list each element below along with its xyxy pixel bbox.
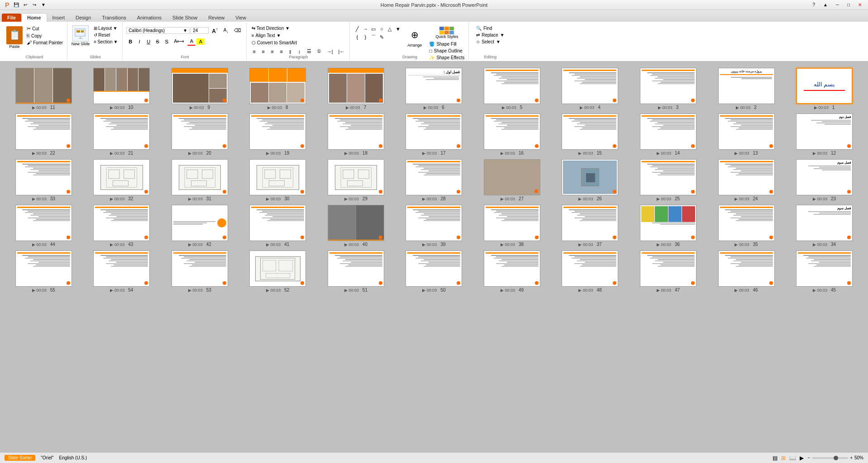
undo-icon[interactable]: ↩ [22,1,29,9]
slide-thumb-19[interactable] [249,113,306,150]
slide-thumb-container[interactable]: ▶ 00:0335 [707,203,786,249]
slide-thumb-container[interactable]: ▶ 00:0342 [161,203,239,249]
slide-thumb-55[interactable] [15,250,72,287]
slide-thumb-32[interactable] [93,159,150,195]
new-slide-button[interactable]: New Slide [72,25,90,46]
slide-thumb-29[interactable] [328,159,384,195]
slide-thumb-container[interactable]: ▶ 00:0346 [707,249,786,294]
slide-thumb-8[interactable] [249,68,306,104]
minimize-button[interactable]: ─ [833,2,842,8]
slide-thumb-container[interactable]: ▶ 00:035 [473,66,551,112]
close-button[interactable]: ✕ [855,2,864,8]
slide-thumb-3[interactable] [640,68,696,104]
slide-thumb-container[interactable]: ▶ 00:0351 [317,249,395,294]
slide-thumb-container[interactable]: فصل دوم ▶ 00:0312 [785,112,863,157]
slide-thumb-container[interactable]: ▶ 00:0332 [83,157,161,203]
shape-fill-button[interactable]: 🪣 Shape Fill [428,41,466,47]
slide-thumb-23[interactable]: فصل سوم [796,159,853,195]
slide-thumb-6[interactable]: فصل اول : [405,68,462,104]
bold-button[interactable]: B [126,38,134,46]
slide-thumb-10[interactable] [93,68,150,104]
copy-button[interactable]: ⎘ Copy [25,33,64,39]
slide-thumb-52[interactable] [249,250,306,287]
slide-thumb-container[interactable]: ▶ 00:0345 [785,249,863,294]
zoom-out-button[interactable]: − [807,455,810,460]
rect-shape[interactable]: ▭ [370,25,377,33]
slide-thumb-36[interactable] [640,205,696,241]
slide-thumb-14[interactable] [640,113,696,150]
slide-thumb-container[interactable]: ▶ 00:0319 [239,112,317,157]
slide-thumb-container[interactable]: فصل اول : ▶ 00:036 [395,66,473,112]
slide-thumb-25[interactable] [640,159,696,195]
shape-outline-button[interactable]: □ Shape Outline [428,48,466,54]
slide-thumb-49[interactable] [484,250,540,287]
slide-thumb-22[interactable] [15,113,72,150]
slide-thumb-35[interactable] [718,205,775,241]
underline-button[interactable]: U [144,38,153,46]
decrease-indent-button[interactable]: |← [336,47,347,56]
italic-button[interactable]: I [135,38,143,46]
slide-thumb-37[interactable] [562,205,618,241]
slide-thumb-container[interactable]: ▶ 00:0338 [473,203,551,249]
slide-thumb-7[interactable] [328,68,384,104]
slide-thumb-container[interactable]: فصل سوم ▶ 00:0334 [785,203,863,249]
slide-thumb-container[interactable]: ▶ 00:0316 [473,112,551,157]
slide-thumb-container[interactable]: ▶ 00:0354 [83,249,161,294]
slide-thumb-container[interactable]: ▶ 00:0347 [629,249,707,294]
clear-formatting-button[interactable]: ⌫ [232,26,243,35]
font-size-selector[interactable]: 24 [191,27,209,34]
numbering-button[interactable]: ① [315,47,324,56]
line-spacing-button[interactable]: ↕ [296,47,304,56]
slide-thumb-container[interactable]: پروژه مرمت خانه پروین ▶ 00:032 [707,66,786,112]
slide-thumb-24[interactable] [718,159,775,195]
slide-thumb-container[interactable]: ▶ 00:0320 [161,112,239,157]
zoom-in-button[interactable]: + [850,455,853,460]
font-name-selector[interactable]: Calibri (Headings) ▼ [126,27,190,34]
tab-file[interactable]: File [2,14,21,22]
select-button[interactable]: ⊹ Select ▼ [474,39,502,45]
slide-thumb-11[interactable] [15,68,72,104]
slide-thumb-container[interactable]: ▶ 00:0333 [5,157,83,203]
help-icon[interactable]: ? [810,2,818,8]
slide-thumb-container[interactable]: ▶ 00:0329 [317,157,395,203]
text-direction-button[interactable]: ⇆ Text Direction ▼ [250,25,291,31]
slide-thumb-container[interactable]: ▶ 00:0311 [5,66,83,112]
slide-thumb-27[interactable] [484,159,540,195]
slide-thumb-container[interactable]: ▶ 00:0349 [473,249,551,294]
align-center-button[interactable]: ≡ [259,47,267,56]
slide-thumb-20[interactable] [172,113,228,150]
tab-insert[interactable]: Insert [47,14,71,22]
slide-thumb-34[interactable]: فصل سوم [796,205,853,241]
slide-thumb-53[interactable] [172,250,228,287]
slide-thumb-28[interactable] [405,159,462,195]
slide-sorter-view-button[interactable]: ⊞ [781,455,786,461]
tab-home[interactable]: Home [21,13,47,22]
tab-slideshow[interactable]: Slide Show [167,14,203,22]
slide-thumb-container[interactable]: بسم الله ▶ 00:031 [785,66,863,112]
slide-thumb-4[interactable] [562,68,618,104]
slide-thumb-container[interactable]: ▶ 00:0336 [629,203,707,249]
slide-thumb-container[interactable]: ▶ 00:0314 [629,112,707,157]
paste-button[interactable]: 📋 Paste [5,25,24,50]
slide-thumb-container[interactable]: ▶ 00:0340 [317,203,395,249]
slide-thumb-container[interactable]: ▶ 00:0343 [83,203,161,249]
section-button[interactable]: ≡ Section ▼ [92,39,119,45]
normal-view-button[interactable]: ▤ [773,455,777,461]
align-left-button[interactable]: ≡ [250,47,258,56]
slide-thumb-container[interactable]: ▶ 00:0324 [707,157,786,203]
slide-thumb-26[interactable] [562,159,618,195]
slide-thumb-container[interactable]: ▶ 00:0353 [161,249,239,294]
more-shapes[interactable]: ▼ [394,25,401,33]
slide-thumb-40[interactable] [328,205,384,241]
tab-view[interactable]: View [230,14,252,22]
slide-thumb-container[interactable]: ▶ 00:0350 [395,249,473,294]
zoom-slider[interactable] [812,457,848,459]
slide-thumb-5[interactable] [484,68,540,104]
freeform-shape[interactable]: ✎ [378,33,385,41]
slide-thumb-container[interactable]: ▶ 00:0330 [239,157,317,203]
slide-thumb-container[interactable]: ▶ 00:0322 [5,112,83,157]
slide-thumb-42[interactable] [172,205,228,241]
justify-button[interactable]: ≡ [277,47,286,56]
tab-design[interactable]: Design [70,14,96,22]
slide-thumb-47[interactable] [640,250,696,287]
